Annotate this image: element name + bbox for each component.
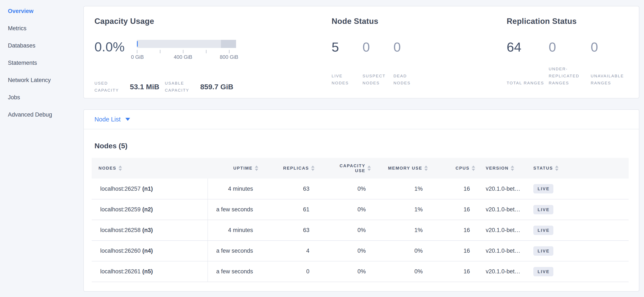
sort-icon[interactable] — [368, 166, 371, 171]
node-id: (n5) — [142, 268, 153, 275]
status-badge: LIVE — [533, 184, 553, 193]
column-header-cpus[interactable]: CPUS — [428, 158, 475, 179]
version-cell: v20.1.0-bet… — [475, 220, 528, 241]
capacity-use-cell: 0% — [314, 241, 371, 261]
column-header-replicas[interactable]: REPLICAS — [258, 158, 314, 179]
replication-status-title: Replication Status — [507, 17, 639, 26]
uptime-cell: a few seconds — [208, 261, 258, 282]
node-address[interactable]: localhost:26261 — [100, 268, 140, 275]
dead-nodes-value: 0 — [394, 39, 424, 55]
unavailable-ranges-label: UNAVAILABLE RANGES — [591, 72, 633, 86]
sidebar-item-overview[interactable]: Overview — [8, 2, 79, 20]
version-cell: v20.1.0-bet… — [475, 199, 528, 220]
sidebar-item-jobs[interactable]: Jobs — [8, 89, 79, 106]
cpus-cell: 16 — [428, 241, 475, 261]
sidebar-item-metrics[interactable]: Metrics — [8, 20, 79, 37]
capacity-gauge-bar — [137, 40, 236, 48]
status-badge: LIVE — [533, 226, 553, 235]
node-address-cell[interactable]: localhost:26259(n2) — [92, 199, 208, 220]
sidebar-item-network-latency[interactable]: Network Latency — [8, 72, 79, 89]
capacity-usage-section: Capacity Usage 0.0% 0 GiB 400 GiB 800 Gi… — [94, 17, 332, 98]
memory-use-cell: 1% — [371, 199, 428, 220]
node-list-dropdown-bar: Node List — [84, 110, 639, 129]
cluster-summary-card: Capacity Usage 0.0% 0 GiB 400 GiB 800 Gi… — [84, 6, 639, 98]
node-address[interactable]: localhost:26258 — [100, 227, 140, 233]
suspect-nodes-stat: 0 SUSPECT NODES — [362, 39, 394, 86]
cpus-cell: 16 — [428, 261, 475, 282]
sort-icon[interactable] — [555, 166, 558, 171]
sidebar-item-databases[interactable]: Databases — [8, 37, 79, 54]
column-label: STATUS — [533, 166, 553, 171]
node-address[interactable]: localhost:26259 — [100, 206, 140, 213]
live-nodes-stat: 5 LIVE NODES — [332, 39, 362, 86]
node-list-card: Node List Nodes (5) NODES UPTIME — [84, 109, 639, 292]
node-status-title: Node Status — [332, 17, 507, 26]
live-nodes-value: 5 — [332, 39, 362, 55]
sort-icon[interactable] — [424, 166, 428, 171]
status-cell: LIVE — [528, 261, 629, 282]
column-header-nodes[interactable]: NODES — [92, 158, 208, 179]
dead-nodes-stat: 0 DEAD NODES — [394, 39, 424, 86]
node-address[interactable]: localhost:26257 — [100, 186, 140, 192]
sort-icon[interactable] — [255, 166, 258, 171]
sort-icon[interactable] — [311, 166, 314, 171]
column-label: NODES — [98, 166, 116, 171]
used-capacity-value: 53.1 MiB — [130, 83, 159, 91]
node-list-dropdown-label: Node List — [94, 116, 121, 123]
capacity-used-marker — [137, 41, 138, 47]
capacity-gauge-dark-segment — [221, 40, 236, 48]
node-list-dropdown[interactable]: Node List — [94, 116, 130, 123]
table-header-row: NODES UPTIME REPLICAS CAPACITY USE MEMOR — [92, 158, 629, 179]
node-id: (n3) — [142, 227, 153, 233]
table-row: localhost:26261(n5) a few seconds 0 0% 0… — [92, 261, 629, 282]
column-header-version[interactable]: VERSION — [475, 158, 528, 179]
axis-label-400gib: 400 GiB — [174, 54, 192, 60]
status-cell: LIVE — [528, 241, 629, 261]
node-address-cell[interactable]: localhost:26260(n4) — [92, 241, 208, 261]
sort-icon[interactable] — [472, 166, 475, 171]
column-header-memory-use[interactable]: MEMORY USE — [371, 158, 428, 179]
status-cell: LIVE — [528, 179, 629, 199]
under-replicated-ranges-stat: 0 UNDER-REPLICATED RANGES — [549, 39, 591, 86]
suspect-nodes-value: 0 — [362, 39, 394, 55]
total-ranges-label: TOTAL RANGES — [507, 79, 549, 86]
node-status-section: Node Status 5 LIVE NODES 0 SUSPECT NODES… — [332, 17, 507, 98]
replicas-cell: 63 — [258, 220, 314, 241]
version-cell: v20.1.0-bet… — [475, 261, 528, 282]
capacity-use-cell: 0% — [314, 220, 371, 241]
column-header-uptime[interactable]: UPTIME — [208, 158, 258, 179]
node-address[interactable]: localhost:26260 — [100, 248, 140, 254]
cpus-cell: 16 — [428, 179, 475, 199]
capacity-use-cell: 0% — [314, 261, 371, 282]
sort-icon[interactable] — [118, 166, 122, 171]
cpus-cell: 16 — [428, 199, 475, 220]
sidebar-item-advanced-debug[interactable]: Advanced Debug — [8, 106, 79, 123]
node-address-cell[interactable]: localhost:26257(n1) — [92, 179, 208, 199]
memory-use-cell: 1% — [371, 179, 428, 199]
total-ranges-stat: 64 TOTAL RANGES — [507, 39, 549, 86]
status-badge: LIVE — [533, 246, 553, 256]
column-header-capacity-use[interactable]: CAPACITY USE — [314, 158, 371, 179]
column-label: MEMORY USE — [388, 166, 422, 171]
capacity-gauge: 0 GiB 400 GiB 800 GiB — [137, 40, 236, 60]
capacity-percent: 0.0% — [94, 39, 124, 55]
status-badge: LIVE — [533, 267, 553, 276]
node-address-cell[interactable]: localhost:26258(n3) — [92, 220, 208, 241]
replicas-cell: 0 — [258, 261, 314, 282]
main-content: Capacity Usage 0.0% 0 GiB 400 GiB 800 Gi… — [84, 0, 639, 292]
column-label: CAPACITY USE — [336, 163, 365, 173]
capacity-gauge-ticks — [137, 50, 236, 53]
uptime-cell: a few seconds — [208, 199, 258, 220]
uptime-cell: 4 minutes — [208, 179, 258, 199]
node-address-cell[interactable]: localhost:26261(n5) — [92, 261, 208, 282]
replication-status-section: Replication Status 64 TOTAL RANGES 0 UND… — [507, 17, 639, 98]
memory-use-cell: 0% — [371, 241, 428, 261]
sort-icon[interactable] — [511, 166, 514, 171]
status-cell: LIVE — [528, 220, 629, 241]
axis-label-0gib: 0 GiB — [131, 54, 144, 60]
usable-capacity-value: 859.7 GiB — [200, 83, 233, 91]
column-header-status[interactable]: STATUS — [528, 158, 629, 179]
column-label: REPLICAS — [283, 166, 309, 171]
table-row: localhost:26258(n3) 4 minutes 63 0% 1% 1… — [92, 220, 629, 241]
sidebar-item-statements[interactable]: Statements — [8, 54, 79, 72]
